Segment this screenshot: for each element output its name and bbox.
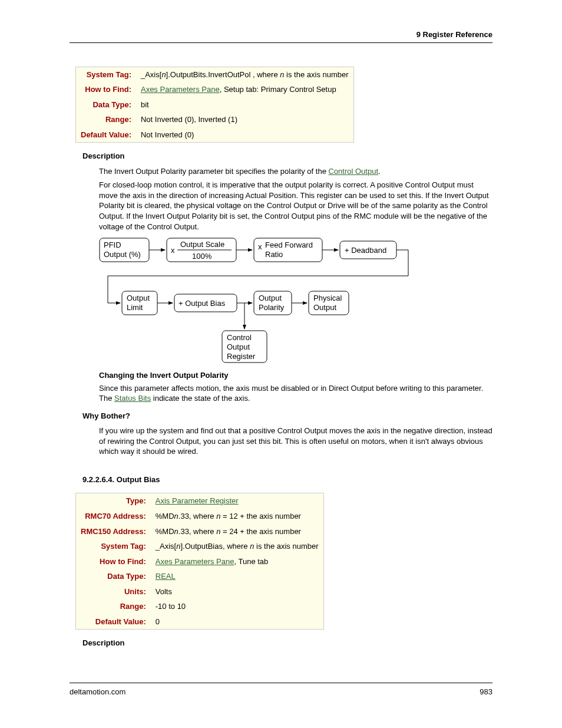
info-row: Type:Axis Parameter Register	[76, 493, 324, 509]
info-label: Units:	[76, 584, 151, 599]
info-value: Axes Parameters Pane, Tune tab	[151, 554, 323, 569]
description-heading-2: Description	[82, 638, 492, 648]
info-row: RMC150 Address:%MDn.33, where n = 24 + t…	[76, 524, 324, 539]
info-value: Volts	[151, 584, 323, 599]
paragraph-polarity-detail: For closed-loop motion control, it is im…	[99, 180, 492, 232]
info-label: RMC70 Address:	[76, 509, 151, 524]
info-label: Data Type:	[76, 97, 136, 113]
description-heading-1: Description	[82, 151, 492, 162]
info-value: Not Inverted (0)	[136, 127, 353, 143]
diagram-phys-l2: Output	[313, 303, 336, 312]
info-label: Default Value:	[76, 127, 136, 143]
diagram-creg-l1: Control	[227, 333, 252, 342]
info-value: bit	[136, 97, 353, 113]
info-label: System Tag:	[76, 539, 151, 554]
diagram-mult2: x	[258, 242, 262, 251]
info-value: Axes Parameters Pane, Setup tab: Primary…	[136, 82, 353, 97]
info-label: Range:	[76, 112, 136, 127]
page-header-chapter: 9 Register Reference	[70, 29, 492, 42]
diagram-creg-l3: Register	[227, 352, 256, 361]
info-label: Range:	[76, 599, 151, 614]
info-value: Not Inverted (0), Inverted (1)	[136, 112, 353, 127]
diagram-mult1: x	[171, 246, 175, 255]
diagram-ffr-l2: Ratio	[265, 250, 283, 259]
info-label: RMC150 Address:	[76, 524, 151, 539]
info-row: How to Find:Axes Parameters Pane, Tune t…	[76, 554, 324, 569]
signal-flow-diagram: PFID Output (%) x Output Scale 100% x Fe…	[99, 238, 492, 364]
info-table-invert-output: System Tag:_Axis[n].OutputBits.InvertOut…	[75, 67, 354, 143]
info-row: System Tag:_Axis[n].OutputBits.InvertOut…	[76, 67, 354, 82]
diagram-opolar-l1: Output	[259, 294, 282, 302]
info-label: Type:	[76, 493, 151, 509]
info-label: Data Type:	[76, 569, 151, 584]
info-value: %MDn.33, where n = 12 + the axis number	[151, 509, 323, 524]
info-value: -10 to 10	[151, 599, 323, 614]
info-row: How to Find:Axes Parameters Pane, Setup …	[76, 82, 354, 97]
why-bother-paragraph: If you wire up the system and find out t…	[99, 426, 492, 457]
info-value: %MDn.33, where n = 24 + the axis number	[151, 524, 323, 539]
info-row: Range:Not Inverted (0), Inverted (1)	[76, 112, 354, 127]
info-label: Default Value:	[76, 614, 151, 630]
info-value: 0	[151, 614, 323, 630]
section-number-output-bias: 9.2.2.6.4. Output Bias	[82, 475, 492, 485]
why-bother-heading: Why Bother?	[82, 411, 492, 421]
diagram-obias: + Output Bias	[178, 299, 226, 308]
info-row: Data Type:bit	[76, 97, 354, 113]
info-value: REAL	[151, 569, 323, 584]
diagram-phys-l1: Physical	[313, 294, 342, 302]
info-label: System Tag:	[76, 67, 136, 82]
info-row: RMC70 Address:%MDn.33, where n = 12 + th…	[76, 509, 324, 524]
info-value: _Axis[n].OutputBias, where n is the axis…	[151, 539, 323, 554]
page-footer: deltamotion.com 983	[70, 683, 492, 697]
header-rule	[70, 42, 492, 43]
diagram-frac-top: Output Scale	[180, 240, 224, 249]
info-row: Default Value:Not Inverted (0)	[76, 127, 354, 143]
changing-paragraph: Since this parameter affects motion, the…	[99, 383, 492, 404]
info-label: How to Find:	[76, 82, 136, 97]
diagram-olimit-l2: Limit	[127, 303, 143, 312]
paragraph-polarity-intro: The Invert Output Polarity parameter bit…	[99, 166, 492, 177]
changing-heading: Changing the Invert Output Polarity	[99, 370, 492, 381]
info-value: Axis Parameter Register	[151, 493, 323, 509]
diagram-ffr-l1: Feed Forward	[265, 241, 313, 249]
diagram-frac-bot: 100%	[192, 252, 212, 261]
info-value: _Axis[n].OutputBits.InvertOutPol , where…	[136, 67, 353, 82]
info-row: Default Value:0	[76, 614, 324, 630]
diagram-pfid-l2: Output (%)	[104, 250, 141, 259]
info-row: Data Type:REAL	[76, 569, 324, 584]
footer-right: 983	[480, 687, 492, 697]
diagram-creg-l2: Output	[227, 342, 250, 351]
info-row: System Tag:_Axis[n].OutputBias, where n …	[76, 539, 324, 554]
diagram-opolar-l2: Polarity	[259, 303, 285, 312]
diagram-olimit-l1: Output	[127, 294, 150, 302]
diagram-deadband: + Deadband	[345, 246, 386, 255]
info-row: Range:-10 to 10	[76, 599, 324, 614]
footer-left: deltamotion.com	[70, 687, 125, 697]
info-label: How to Find:	[76, 554, 151, 569]
info-row: Units:Volts	[76, 584, 324, 599]
diagram-pfid-l1: PFID	[104, 241, 121, 249]
info-table-output-bias: Type:Axis Parameter RegisterRMC70 Addres…	[75, 493, 324, 630]
